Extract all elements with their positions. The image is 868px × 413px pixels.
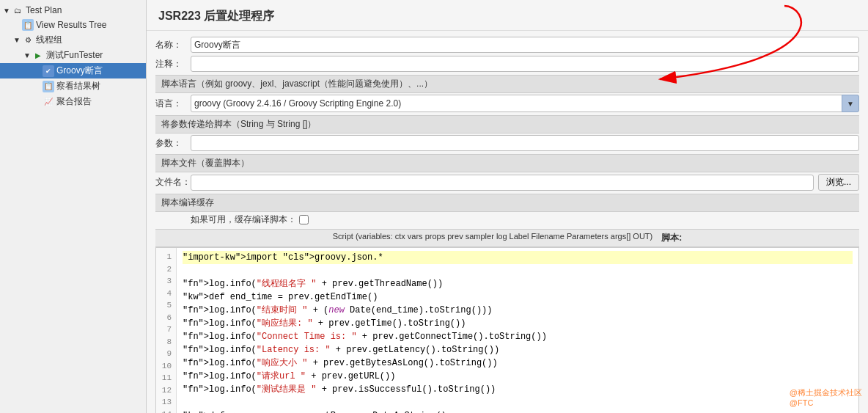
- params-input[interactable]: [191, 135, 859, 151]
- params-row: 参数：: [155, 135, 859, 151]
- item-icon: ⚙: [22, 34, 34, 46]
- lang-select-wrap: groovy (Groovy 2.4.16 / Groovy Scripting…: [191, 95, 859, 112]
- file-row: 文件名： 浏览...: [155, 174, 859, 191]
- line-number: 3: [159, 275, 172, 288]
- expand-arrow: [13, 21, 22, 29]
- params-section-header: 将参数传递给脚本（String 与 String []）: [155, 115, 859, 134]
- language-row: 语言： groovy (Groovy 2.4.16 / Groovy Scrip…: [155, 95, 859, 112]
- item-label: View Results Tree: [36, 20, 107, 30]
- line-number: 8: [159, 336, 172, 348]
- cache-section-header: 脚本编译缓存: [155, 194, 859, 212]
- expand-arrow: [34, 98, 43, 106]
- line-number: 14: [159, 409, 172, 414]
- sidebar-item-view-results-tree[interactable]: 📋View Results Tree: [0, 18, 146, 32]
- sidebar-item-test-plan[interactable]: ▼🗂Test Plan: [0, 3, 146, 18]
- sidebar-item-groovy-assert[interactable]: ✔Groovy断言: [0, 63, 146, 78]
- line-number: 6: [159, 312, 172, 324]
- comment-row: 注释：: [155, 56, 859, 72]
- item-label: 聚合报告: [56, 95, 92, 108]
- cache-text: 如果可用，缓存编译脚本：: [191, 213, 296, 226]
- line-numbers: 1234567891011121314151617181920: [156, 248, 177, 413]
- item-label: 线程组: [36, 34, 62, 46]
- line-number: 13: [159, 396, 172, 409]
- item-label: Test Plan: [26, 5, 62, 15]
- line-number: 9: [159, 348, 172, 360]
- cache-checkbox[interactable]: [299, 215, 309, 224]
- code-line: "fn">log.info("线程组名字 " + prev.getThreadN…: [183, 277, 853, 290]
- script-section: Script (variables: ctx vars props prev s…: [155, 229, 859, 413]
- line-number: 11: [159, 372, 172, 384]
- cache-row: 如果可用，缓存编译脚本：: [155, 213, 859, 226]
- browse-button[interactable]: 浏览...: [818, 174, 859, 191]
- expand-arrow: ▼: [3, 7, 12, 15]
- script-header-text: Script (variables: ctx vars props prev s…: [333, 232, 653, 244]
- panel-title: JSR223 后置处理程序: [147, 0, 868, 31]
- code-line: "fn">log.info("响应大小 " + prev.getBytesAsL…: [183, 357, 853, 370]
- params-label: 参数：: [155, 137, 191, 150]
- sidebar-item-view-result-tree2[interactable]: 📋察看结果树: [0, 78, 146, 94]
- name-label: 名称：: [155, 39, 191, 51]
- name-row: 名称：: [155, 37, 859, 53]
- main-panel: JSR223 后置处理程序 名称： 注释： 脚本语言（例如 groovy、jex…: [147, 0, 868, 413]
- file-label: 文件名：: [155, 176, 191, 189]
- lang-label: 语言：: [155, 98, 191, 110]
- comment-label: 注释：: [155, 58, 191, 70]
- line-number: 4: [159, 288, 172, 300]
- code-line: "kw">def response = prev.getResponseData…: [183, 409, 853, 413]
- expand-arrow: ▼: [13, 36, 22, 44]
- line-number: 12: [159, 384, 172, 397]
- script-code[interactable]: "import-kw">import "cls">groovy.json.* "…: [177, 248, 858, 413]
- code-line: "fn">log.info("Connect Time is: " + prev…: [183, 330, 853, 343]
- line-number: 7: [159, 324, 172, 336]
- expand-arrow: [34, 82, 43, 90]
- name-input[interactable]: [191, 37, 859, 53]
- script-section-header: Script (variables: ctx vars props prev s…: [155, 229, 859, 247]
- item-label: Groovy断言: [56, 65, 103, 77]
- comment-input[interactable]: [191, 56, 859, 72]
- item-icon: ▶: [32, 50, 44, 62]
- expand-arrow: [34, 67, 43, 75]
- item-label: 测试FunTester: [46, 49, 103, 62]
- code-line: "fn">log.info("Latency is: " + prev.getL…: [183, 343, 853, 357]
- line-number: 1: [159, 251, 172, 263]
- sidebar-item-fun-tester[interactable]: ▼▶测试FunTester: [0, 48, 146, 63]
- item-icon: ✔: [43, 65, 54, 77]
- item-icon: 📋: [22, 19, 34, 31]
- sidebar-item-aggregate-report[interactable]: 📈聚合报告: [0, 94, 146, 109]
- code-line: [183, 264, 853, 277]
- code-line: "import-kw">import "cls">groovy.json.*: [183, 251, 853, 264]
- item-icon: 📈: [43, 96, 54, 108]
- cache-label: [155, 215, 191, 225]
- line-number: 10: [159, 360, 172, 373]
- code-line: "fn">log.info("结束时间 " + (new Date(end_ti…: [183, 304, 853, 317]
- item-icon: 🗂: [12, 4, 23, 16]
- expand-arrow: ▼: [23, 51, 32, 59]
- line-number: 5: [159, 299, 172, 312]
- code-line: [183, 396, 853, 409]
- sidebar-item-thread-group[interactable]: ▼⚙线程组: [0, 32, 146, 48]
- code-line: "fn">log.info("请求url " + prev.getURL()): [183, 370, 853, 383]
- form-area: 名称： 注释： 脚本语言（例如 groovy、jexl、javascript（性…: [147, 31, 868, 413]
- lang-section-header: 脚本语言（例如 groovy、jexl、javascript（性能问题避免使用）…: [155, 75, 859, 93]
- script-container: 1234567891011121314151617181920 "import-…: [155, 247, 859, 413]
- line-number: 2: [159, 263, 172, 276]
- sidebar: ▼🗂Test Plan 📋View Results Tree▼⚙线程组▼▶测试F…: [0, 0, 147, 413]
- code-line: "kw">def end_time = prev.getEndTime(): [183, 290, 853, 304]
- item-label: 察看结果树: [56, 80, 100, 92]
- code-line: "fn">log.info("测试结果是 " + prev.isSuccessf…: [183, 383, 853, 396]
- main-wrapper: JSR223 后置处理程序 名称： 注释： 脚本语言（例如 groovy、jex…: [147, 0, 868, 413]
- lang-select[interactable]: groovy (Groovy 2.4.16 / Groovy Scripting…: [191, 95, 859, 112]
- file-input[interactable]: [191, 175, 814, 191]
- file-section-header: 脚本文件（覆盖脚本）: [155, 154, 859, 172]
- item-icon: 📋: [43, 81, 54, 92]
- code-line: "fn">log.info("响应结果: " + prev.getTime().…: [183, 317, 853, 330]
- script-label: 脚本:: [661, 232, 682, 244]
